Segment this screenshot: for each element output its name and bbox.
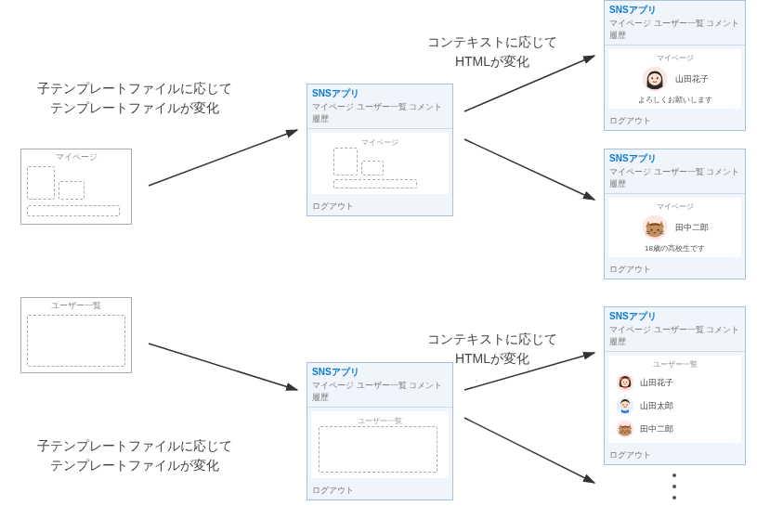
- card-logout: ログアウト: [605, 261, 745, 279]
- card-title: SNSアプリ: [307, 84, 452, 101]
- user-name: 山田花子: [640, 377, 673, 389]
- svg-line-3: [464, 139, 594, 200]
- card-logout: ログアウト: [307, 482, 452, 500]
- profile-bio: 18歳の高校生です: [645, 243, 705, 253]
- skeleton-mypage: マイページ: [20, 149, 132, 225]
- profile-bio: よろしくお願いします: [638, 95, 712, 105]
- section-title: ユーザー一覧: [612, 359, 737, 370]
- avatar-cat-icon: [616, 420, 634, 438]
- card-title: SNSアプリ: [605, 149, 745, 166]
- avatar-cat-icon: [642, 214, 668, 240]
- card-section-mypage: マイページ: [314, 136, 446, 148]
- avatar-boy-icon: [616, 396, 634, 415]
- user-name: 山田太郎: [640, 400, 673, 412]
- card-nav: マイページ ユーザー一覧 コメント履歴: [605, 166, 745, 194]
- avatar-girl-icon: [616, 373, 634, 392]
- skeleton-mypage-label: マイページ: [21, 149, 131, 163]
- card-title: SNSアプリ: [605, 307, 745, 324]
- svg-line-0: [149, 130, 297, 186]
- section-title: マイページ: [657, 201, 694, 212]
- skeleton-userlist-label: ユーザー一覧: [21, 298, 131, 312]
- mid-card-mypage: SNSアプリ マイページ ユーザー一覧 コメント履歴 マイページ ログアウト: [307, 84, 453, 216]
- profile-name: 田中二郎: [675, 222, 709, 234]
- list-item: 田中二郎: [612, 419, 737, 439]
- svg-line-1: [149, 344, 297, 390]
- card-logout: ログアウト: [307, 198, 452, 215]
- annotation-right-top: コンテキストに応じて HTMLが変化: [427, 32, 557, 71]
- ellipsis-icon: [672, 474, 676, 500]
- right-card-hanako: SNSアプリ マイページ ユーザー一覧 コメント履歴 マイページ 山田花子 よろ…: [604, 0, 746, 131]
- profile-name: 山田花子: [675, 73, 709, 85]
- card-nav: マイページ ユーザー一覧 コメント履歴: [605, 324, 745, 352]
- skeleton-userlist: ユーザー一覧: [20, 297, 132, 373]
- list-item: 山田花子: [612, 372, 737, 393]
- user-name: 田中二郎: [640, 423, 673, 435]
- annotation-left-top: 子テンプレートファイルに応じて テンプレートファイルが変化: [37, 79, 232, 118]
- list-item: 山田太郎: [612, 396, 737, 416]
- mid-card-userlist: SNSアプリ マイページ ユーザー一覧 コメント履歴 ユーザー一覧 ログアウト: [307, 362, 453, 500]
- card-logout: ログアウト: [605, 112, 745, 130]
- card-nav: マイページ ユーザー一覧 コメント履歴: [605, 18, 745, 45]
- card-nav: マイページ ユーザー一覧 コメント履歴: [307, 380, 452, 408]
- right-card-tanaka: SNSアプリ マイページ ユーザー一覧 コメント履歴 マイページ 田中二郎 18…: [604, 149, 746, 279]
- section-title: マイページ: [657, 53, 694, 63]
- card-section-userlist: ユーザー一覧: [314, 414, 446, 426]
- avatar-woman-icon: [642, 66, 668, 92]
- card-title: SNSアプリ: [605, 1, 745, 18]
- card-logout: ログアウト: [605, 447, 745, 464]
- card-nav: マイページ ユーザー一覧 コメント履歴: [307, 101, 452, 129]
- right-card-userlist: SNSアプリ マイページ ユーザー一覧 コメント履歴 ユーザー一覧 山田花子 山…: [604, 306, 746, 465]
- annotation-left-bot: 子テンプレートファイルに応じて テンプレートファイルが変化: [37, 436, 232, 475]
- svg-line-5: [464, 418, 594, 483]
- card-title: SNSアプリ: [307, 363, 452, 380]
